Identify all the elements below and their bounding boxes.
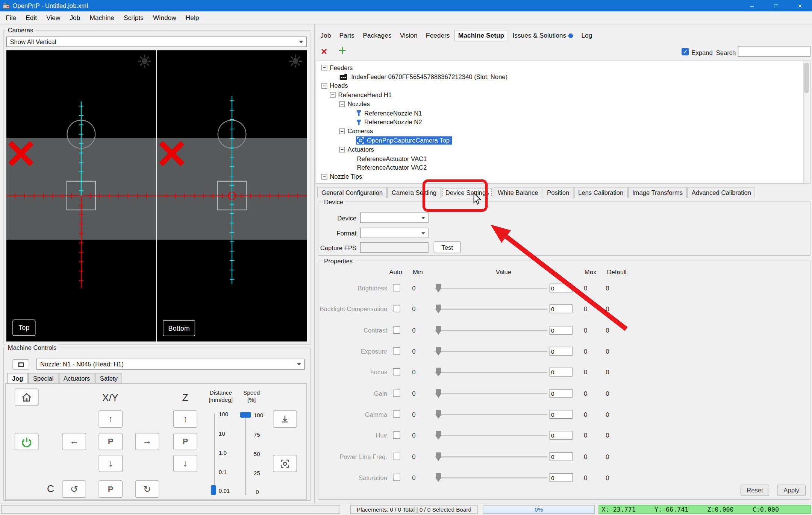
selected-tree-item[interactable]: OpenPnpCaptureCamera Top: [356, 136, 452, 144]
jog-x-minus-button[interactable]: ←: [62, 433, 86, 450]
tree-item-nozzles[interactable]: Nozzles: [316, 100, 810, 109]
slider-thumb[interactable]: [436, 347, 441, 356]
slider-thumb[interactable]: [436, 304, 441, 313]
collapse-icon[interactable]: [339, 128, 345, 134]
tab-feeders[interactable]: Feeders: [422, 30, 454, 41]
slider-thumb[interactable]: [436, 389, 441, 398]
value-slider[interactable]: [435, 472, 547, 483]
menu-help[interactable]: Help: [181, 11, 204, 24]
tree-item-nozzle-tips[interactable]: Nozzle Tips: [316, 172, 810, 181]
menu-scripts[interactable]: Scripts: [119, 11, 148, 24]
capture-fps-input[interactable]: [360, 242, 429, 253]
panel-splitter[interactable]: [314, 24, 315, 503]
tree-item-indexfeeder[interactable]: IndexFeeder 0670FF565457888367212340 (Sl…: [316, 72, 810, 81]
value-input[interactable]: [550, 368, 573, 377]
minimize-button[interactable]: –: [740, 0, 764, 12]
tab-job[interactable]: Job: [316, 30, 335, 41]
auto-checkbox[interactable]: [393, 431, 400, 439]
park-z-button[interactable]: [273, 410, 297, 428]
tree-item-cameras[interactable]: Cameras: [316, 127, 810, 136]
tree-item-feeders[interactable]: Feeders: [316, 63, 810, 72]
value-input[interactable]: [550, 410, 573, 419]
menu-edit[interactable]: Edit: [21, 11, 42, 24]
tree-item-actuator-vac2[interactable]: ReferenceActuator VAC2: [316, 163, 810, 172]
value-input[interactable]: [550, 284, 573, 293]
collapse-icon[interactable]: [339, 101, 345, 107]
tree-item-nozzle-n1[interactable]: ReferenceNozzle N1: [316, 109, 810, 118]
maximize-button[interactable]: □: [764, 0, 788, 12]
jog-z-minus-button[interactable]: ↓: [173, 455, 197, 472]
tab-safety[interactable]: Safety: [95, 373, 122, 384]
collapse-icon[interactable]: [339, 147, 345, 152]
apply-button[interactable]: Apply: [777, 485, 806, 496]
slider-thumb[interactable]: [436, 473, 441, 482]
rotate-ccw-button[interactable]: ↺: [62, 480, 86, 498]
tab-device-settings[interactable]: Device Settings: [441, 187, 493, 198]
test-button[interactable]: Test: [434, 241, 461, 253]
jog-z-plus-button[interactable]: ↑: [173, 410, 197, 428]
tree-scrollbar-thumb[interactable]: [804, 63, 809, 93]
value-slider[interactable]: [435, 430, 547, 441]
value-slider[interactable]: [435, 325, 547, 336]
distance-slider[interactable]: [214, 413, 215, 495]
slider-thumb[interactable]: [436, 452, 441, 461]
slider-thumb[interactable]: [436, 410, 441, 419]
camera-feed-top[interactable]: [6, 50, 156, 342]
tree-item-nozzle-n2[interactable]: ReferenceNozzle N2: [316, 118, 810, 127]
close-button[interactable]: ×: [788, 0, 812, 12]
position-c-button[interactable]: P: [98, 480, 123, 498]
tab-actuators[interactable]: Actuators: [59, 373, 94, 384]
menu-file[interactable]: File: [1, 11, 21, 24]
tab-machine-setup[interactable]: Machine Setup: [454, 30, 509, 41]
camera-position-button[interactable]: [273, 455, 297, 472]
value-input[interactable]: [550, 389, 573, 398]
tab-packages[interactable]: Packages: [359, 30, 395, 41]
slider-thumb[interactable]: [436, 368, 441, 377]
camera-feed-bottom[interactable]: [157, 50, 307, 342]
auto-checkbox[interactable]: [393, 453, 400, 460]
menu-view[interactable]: View: [42, 11, 65, 24]
tab-parts[interactable]: Parts: [335, 30, 359, 41]
value-input[interactable]: [550, 304, 573, 313]
tab-image-transforms[interactable]: Image Transforms: [628, 187, 687, 198]
tool-select[interactable]: Nozzle: N1 - N045 (Head: H1): [36, 359, 305, 370]
tab-lens-calibration[interactable]: Lens Calibration: [574, 187, 628, 198]
collapse-icon[interactable]: [321, 83, 327, 89]
format-select[interactable]: [360, 228, 429, 238]
menu-machine[interactable]: Machine: [85, 11, 119, 24]
auto-checkbox[interactable]: [393, 327, 400, 334]
tab-jog[interactable]: Jog: [7, 373, 28, 384]
delete-button[interactable]: ×: [318, 46, 330, 57]
auto-checkbox[interactable]: [393, 368, 400, 375]
power-button[interactable]: [15, 433, 39, 450]
auto-checkbox[interactable]: [393, 410, 400, 418]
menu-window[interactable]: Window: [148, 11, 181, 24]
reset-button[interactable]: Reset: [741, 485, 769, 496]
value-slider[interactable]: [435, 389, 547, 399]
tab-issues-solutions[interactable]: Issues & Solutions: [508, 30, 577, 41]
tab-log[interactable]: Log: [577, 30, 596, 41]
tab-advanced-calibration[interactable]: Advanced Calibration: [688, 187, 756, 198]
value-slider[interactable]: [435, 304, 547, 314]
speed-slider[interactable]: [245, 413, 246, 495]
distance-slider-handle[interactable]: [211, 485, 216, 495]
auto-checkbox[interactable]: [393, 474, 400, 481]
tab-position[interactable]: Position: [543, 187, 573, 198]
auto-checkbox[interactable]: [393, 390, 400, 397]
value-slider[interactable]: [435, 452, 547, 462]
jog-x-plus-button[interactable]: →: [135, 433, 159, 450]
collapse-icon[interactable]: [330, 92, 335, 98]
device-select[interactable]: [360, 213, 429, 223]
value-slider[interactable]: [435, 367, 547, 378]
auto-checkbox[interactable]: [393, 347, 400, 354]
tree-item-actuator-vac1[interactable]: ReferenceActuator VAC1: [316, 154, 810, 163]
add-button[interactable]: +: [336, 44, 348, 58]
tab-general-configuration[interactable]: General Configuration: [317, 187, 387, 198]
search-input[interactable]: [738, 46, 810, 57]
value-slider[interactable]: [435, 283, 547, 293]
value-slider[interactable]: [435, 409, 547, 420]
collapse-controls-button[interactable]: [12, 359, 29, 370]
tree-item-actuators[interactable]: Actuators: [316, 145, 810, 154]
value-input[interactable]: [550, 347, 573, 356]
tree-item-capture-camera[interactable]: OpenPnpCaptureCamera Top: [316, 136, 810, 145]
